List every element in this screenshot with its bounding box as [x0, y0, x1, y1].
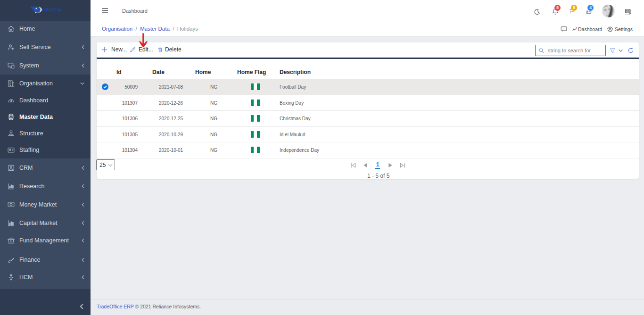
svg-text:GRIFFIN: GRIFFIN — [42, 8, 61, 12]
